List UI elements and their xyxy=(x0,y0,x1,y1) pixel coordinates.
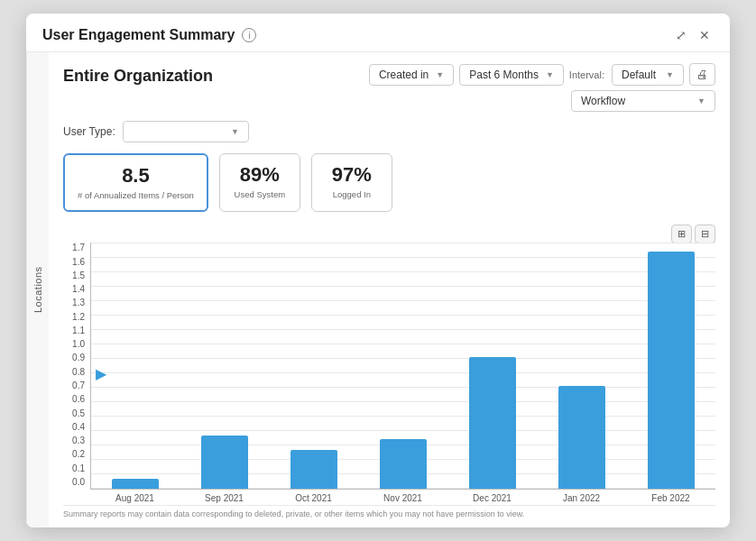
filters-row1: Created in ▼ Past 6 Months ▼ Interval: D… xyxy=(369,63,715,86)
expand-button[interactable]: ⤢ xyxy=(672,26,690,44)
y-label: 0.8 xyxy=(72,367,85,377)
y-label: 1.7 xyxy=(72,243,85,252)
y-label: 0.5 xyxy=(72,408,85,418)
chart-area: ⊞ ⊟ ▶ 1.71.61.51.41.31.21.11.00.90.80.70… xyxy=(63,225,715,503)
x-label-2: Oct 2021 xyxy=(269,490,358,503)
y-label: 1.2 xyxy=(72,312,85,322)
modal-container: User Engagement Summary i ⤢ ✕ Locations … xyxy=(26,14,730,527)
top-row: Entire Organization Created in ▼ Past 6 … xyxy=(63,63,715,112)
org-title: Entire Organization xyxy=(63,67,213,86)
chart-icon-1[interactable]: ⊞ xyxy=(671,225,692,243)
print-icon: 🖨 xyxy=(696,68,708,81)
sidebar-label: Locations xyxy=(26,52,49,527)
bar-group-4 xyxy=(447,243,537,489)
x-label-0: Aug 2021 xyxy=(90,490,180,503)
y-label: 1.3 xyxy=(72,298,85,307)
filters-area: Created in ▼ Past 6 Months ▼ Interval: D… xyxy=(369,63,715,112)
y-axis: 1.71.61.51.41.31.21.11.00.90.80.70.60.50… xyxy=(63,243,90,503)
workflow-dropdown[interactable]: Workflow ▼ xyxy=(571,90,715,112)
created-in-dropdown[interactable]: Created in ▼ xyxy=(369,64,454,86)
chart-icons: ⊞ ⊟ xyxy=(671,225,715,243)
chevron-down-icon: ▼ xyxy=(697,96,705,105)
y-label: 0.6 xyxy=(72,394,85,404)
chevron-down-icon: ▼ xyxy=(546,70,554,79)
y-label: 1.1 xyxy=(72,326,85,335)
bar-group-3 xyxy=(359,243,448,489)
filters-row2: Workflow ▼ xyxy=(571,90,715,112)
stat-card-1[interactable]: 89%Used System xyxy=(219,153,300,212)
y-label: 0.1 xyxy=(72,463,85,473)
modal-controls: ⤢ ✕ xyxy=(672,26,714,44)
y-label: 0.2 xyxy=(72,449,85,459)
y-label: 1.5 xyxy=(72,270,85,280)
bar-6[interactable] xyxy=(648,252,695,489)
bar-4[interactable] xyxy=(469,357,516,489)
chart-arrow[interactable]: ▶ xyxy=(96,364,106,381)
x-label-4: Dec 2021 xyxy=(447,490,537,503)
interval-dropdown[interactable]: Default ▼ xyxy=(612,64,684,86)
x-label-6: Feb 2022 xyxy=(626,490,715,503)
user-type-label: User Type: xyxy=(63,125,115,138)
bar-group-5 xyxy=(537,243,626,489)
x-label-5: Jan 2022 xyxy=(537,490,626,503)
y-label: 1.0 xyxy=(72,339,85,349)
chevron-down-icon: ▼ xyxy=(436,70,444,79)
x-labels: Aug 2021Sep 2021Oct 2021Nov 2021Dec 2021… xyxy=(90,490,715,503)
chart-plot: Aug 2021Sep 2021Oct 2021Nov 2021Dec 2021… xyxy=(90,243,715,503)
footer-note: Summary reports may contain data corresp… xyxy=(63,505,715,520)
y-label: 1.4 xyxy=(72,284,85,294)
bar-2[interactable] xyxy=(290,450,337,489)
close-button[interactable]: ✕ xyxy=(696,26,714,44)
bar-group-1 xyxy=(180,243,270,489)
main-content: Entire Organization Created in ▼ Past 6 … xyxy=(49,52,730,527)
x-label-3: Nov 2021 xyxy=(358,490,447,503)
y-label: 0.0 xyxy=(72,477,85,487)
y-label: 0.9 xyxy=(72,353,85,362)
stats-row: 8.5# of Annualized Items / Person89%Used… xyxy=(63,153,715,212)
bar-5[interactable] xyxy=(558,386,605,489)
chevron-down-icon: ▼ xyxy=(231,127,239,136)
y-label: 0.7 xyxy=(72,381,85,390)
bar-0[interactable] xyxy=(112,479,159,489)
y-label: 0.4 xyxy=(72,422,85,432)
chevron-down-icon: ▼ xyxy=(666,70,674,79)
date-range-dropdown[interactable]: Past 6 Months ▼ xyxy=(459,64,564,86)
print-button[interactable]: 🖨 xyxy=(689,63,715,86)
modal-body: Locations Entire Organization Created in… xyxy=(26,52,730,527)
y-label: 0.3 xyxy=(72,436,85,445)
modal-title: User Engagement Summary xyxy=(42,27,235,43)
chart-container: ▶ 1.71.61.51.41.31.21.11.00.90.80.70.60.… xyxy=(63,243,715,503)
bar-group-6 xyxy=(626,243,715,489)
bar-1[interactable] xyxy=(201,436,248,489)
stat-card-0[interactable]: 8.5# of Annualized Items / Person xyxy=(63,153,208,212)
y-label: 1.6 xyxy=(72,257,85,267)
bars-area xyxy=(90,243,715,490)
x-label-1: Sep 2021 xyxy=(180,490,269,503)
modal-header: User Engagement Summary i ⤢ ✕ xyxy=(26,14,730,52)
interval-label: Interval: xyxy=(569,69,604,80)
bar-3[interactable] xyxy=(380,439,427,489)
user-type-row: User Type: ▼ xyxy=(63,121,715,142)
chart-icon-2[interactable]: ⊟ xyxy=(695,225,715,243)
stat-card-2[interactable]: 97%Logged In xyxy=(311,153,392,212)
user-type-dropdown[interactable]: ▼ xyxy=(123,121,249,142)
title-row: User Engagement Summary i xyxy=(42,27,256,43)
bar-group-2 xyxy=(270,243,359,489)
info-icon[interactable]: i xyxy=(242,28,256,42)
